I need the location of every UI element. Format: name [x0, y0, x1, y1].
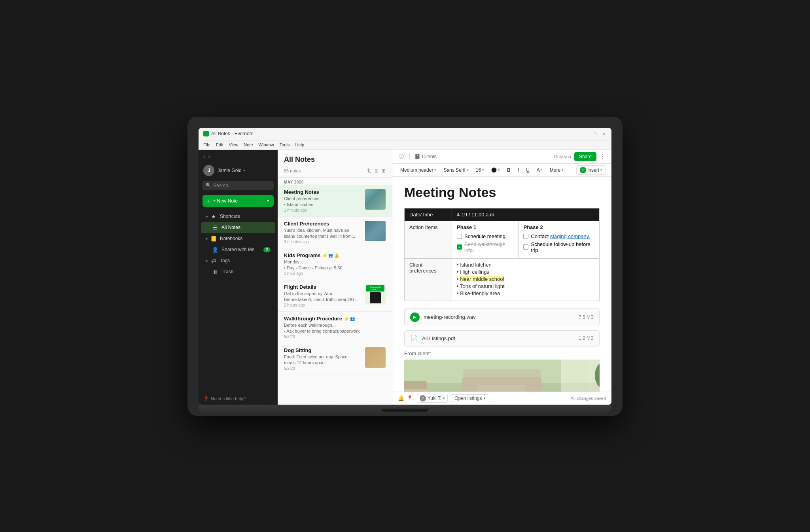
checkbox-unchecked[interactable]: [523, 244, 528, 250]
table-cell-prefs: Island kitchen High ceilings Near middle…: [452, 258, 600, 301]
note-item[interactable]: Flight Details Get to the airport by 7am…: [278, 280, 392, 312]
view-icon[interactable]: ⊞: [381, 168, 386, 174]
sidebar-item-shortcuts[interactable]: ▶ ★ Shortcuts: [201, 211, 275, 222]
checkbox-checked[interactable]: ✓: [457, 244, 462, 250]
table-header-datetime: Date/Time: [405, 208, 452, 221]
header-style-dropdown[interactable]: Medium header ▾: [398, 166, 439, 174]
color-picker-button[interactable]: ▾: [489, 166, 502, 174]
open-listings-button[interactable]: Open listings ▾: [451, 394, 489, 402]
forward-arrow[interactable]: ›: [208, 153, 210, 159]
note-thumbnail: [365, 221, 386, 241]
menu-edit[interactable]: Edit: [216, 142, 223, 147]
checkbox-row[interactable]: ✓ Send walkthrough info.: [457, 241, 513, 253]
dropdown-icon: ▾: [434, 168, 436, 172]
menu-window[interactable]: Window: [259, 142, 274, 147]
svg-rect-5: [526, 381, 541, 392]
font-dropdown[interactable]: Sans Serif ▾: [441, 166, 471, 174]
menu-tools[interactable]: Tools: [280, 142, 290, 147]
checkbox-row[interactable]: Contact staging company.: [523, 233, 594, 239]
sidebar-item-notebooks[interactable]: ▶ 📒 Notebooks: [201, 233, 275, 244]
laptop-notch: [381, 409, 429, 412]
new-note-button[interactable]: + + New Note ▾: [202, 195, 274, 207]
expand-icon: ▶: [206, 214, 208, 218]
sidebar-item-all-notes[interactable]: ☰ All Notes: [201, 222, 275, 233]
dropdown-chevron-icon: ▾: [484, 396, 486, 400]
dropdown-icon: ▾: [498, 168, 500, 172]
editor-area: ⓘ 📓 Clients Only you Share ⋮ Medi: [392, 150, 611, 405]
checkbox-label: Schedule follow-up before trip.: [531, 241, 594, 253]
notes-list-panel: All Notes 86 notes ⇅ ⧖ ⊞ MAY 2020: [278, 150, 392, 405]
checkbox-row[interactable]: Schedule meeting.: [457, 233, 513, 239]
help-label: Need a little help?: [211, 396, 246, 401]
reminder-bell-icon[interactable]: 🔔: [398, 395, 404, 401]
note-item[interactable]: Dog Sitting Food: Feed twice per day. Sp…: [278, 343, 392, 375]
menu-help[interactable]: Help: [295, 142, 304, 147]
sidebar-items: ▶ ★ Shortcuts ☰ All Notes ▶ 📒 Notebooks: [199, 209, 278, 393]
notes-count: 86 notes: [284, 168, 301, 173]
sort-icon[interactable]: ⇅: [367, 168, 371, 174]
italic-button[interactable]: I: [515, 166, 521, 174]
note-preview-2: • Ray - Dance - Pickup at 5:30.: [284, 265, 386, 270]
shared-icon: 👤: [212, 247, 218, 253]
help-link[interactable]: ❓ Need a little help?: [203, 396, 273, 401]
search-box[interactable]: 🔍 Search: [202, 181, 274, 190]
user-name: Jamie Gold: [218, 168, 242, 173]
pdf-attachment[interactable]: 📄 All Listings.pdf 1.2 MB: [404, 330, 600, 346]
menu-bar: File Edit View Note Window Tools Help: [199, 140, 611, 150]
user-dropdown-icon: ▾: [243, 168, 245, 172]
sidebar-item-tags[interactable]: ▶ 🏷 Tags: [201, 256, 275, 266]
note-item[interactable]: Client Preferences Yuki's ideal kitchen.…: [278, 217, 392, 248]
note-item[interactable]: Meeting Notes Client preferences • Islan…: [278, 185, 392, 217]
checkbox-unchecked[interactable]: [457, 234, 462, 239]
pref-item: Island kitchen: [457, 262, 594, 268]
window-title: All Notes - Evernote: [211, 131, 583, 136]
table-cell-phase1: Phase 1 Schedule meeting. ✓ Send walkthr…: [452, 221, 519, 258]
sidebar-item-label: Notebooks: [220, 236, 242, 241]
sidebar-item-shared[interactable]: 👤 Shared with Me 2: [201, 244, 275, 255]
date-group: MAY 2020: [278, 178, 392, 185]
note-thumbnail: Proceed to Gate E7: [365, 284, 386, 305]
note-item[interactable]: Kids Programs ⭐ 👥 🔔 Monday • Ray - Dance…: [278, 248, 392, 280]
staging-company-link[interactable]: staging company.: [550, 233, 590, 239]
dropdown-icon: ▾: [600, 168, 602, 172]
checkbox-row[interactable]: Schedule follow-up before trip.: [523, 241, 594, 253]
insert-button[interactable]: + Insert ▾: [576, 165, 606, 175]
laptop-frame: All Notes - Evernote − □ × File Edit Vie…: [187, 117, 623, 416]
note-time: 5/3/20: [284, 335, 386, 339]
notebook-label[interactable]: 📓 Clients: [414, 154, 437, 159]
info-icon[interactable]: ⓘ: [398, 152, 405, 161]
checkbox-unchecked[interactable]: [523, 234, 528, 239]
text-size-button[interactable]: A+: [534, 166, 545, 174]
more-options-icon[interactable]: ⋮: [600, 153, 606, 160]
close-button[interactable]: ×: [601, 131, 607, 137]
note-title-heading: Meeting Notes: [404, 185, 600, 200]
menu-file[interactable]: File: [203, 142, 210, 147]
menu-note[interactable]: Note: [244, 142, 253, 147]
filter-icon[interactable]: ⧖: [375, 168, 378, 174]
share-button[interactable]: Share: [574, 152, 596, 161]
bold-button[interactable]: B: [505, 166, 513, 174]
minimize-button[interactable]: −: [583, 131, 589, 137]
user-dropdown-icon: ▾: [443, 396, 445, 400]
assigned-user-button[interactable]: Y Yuki T. ▾: [417, 394, 448, 403]
open-listings-label: Open listings: [454, 396, 482, 401]
back-arrow[interactable]: ‹: [203, 153, 205, 159]
maximize-button[interactable]: □: [592, 131, 598, 137]
underline-button[interactable]: U: [524, 166, 532, 174]
audio-attachment[interactable]: ▶ meeting-recording.wav 7.5 MB: [404, 308, 600, 326]
sidebar-item-trash[interactable]: 🗑 Trash: [201, 267, 275, 277]
font-size-dropdown[interactable]: 16 ▾: [473, 166, 486, 174]
note-item[interactable]: Walkthrough Procedure ⭐ 👥 Before each wa…: [278, 312, 392, 343]
more-formatting-button[interactable]: More ▾: [547, 166, 566, 174]
expand-icon: ▶: [206, 259, 208, 263]
svg-rect-8: [561, 360, 600, 392]
user-section[interactable]: J Jamie Gold ▾: [199, 163, 278, 178]
toolbar-right: Only you Share ⋮: [554, 152, 606, 161]
checkbox-label-strikethrough: Send walkthrough info.: [464, 241, 513, 253]
note-editor[interactable]: Meeting Notes Date/Time 4-19 / 11:00 a.m…: [392, 177, 611, 392]
menu-view[interactable]: View: [229, 142, 238, 147]
divider: [409, 153, 410, 160]
note-title: Client Preferences: [284, 221, 361, 227]
location-icon[interactable]: 📍: [407, 395, 413, 401]
svg-rect-3: [462, 377, 541, 385]
